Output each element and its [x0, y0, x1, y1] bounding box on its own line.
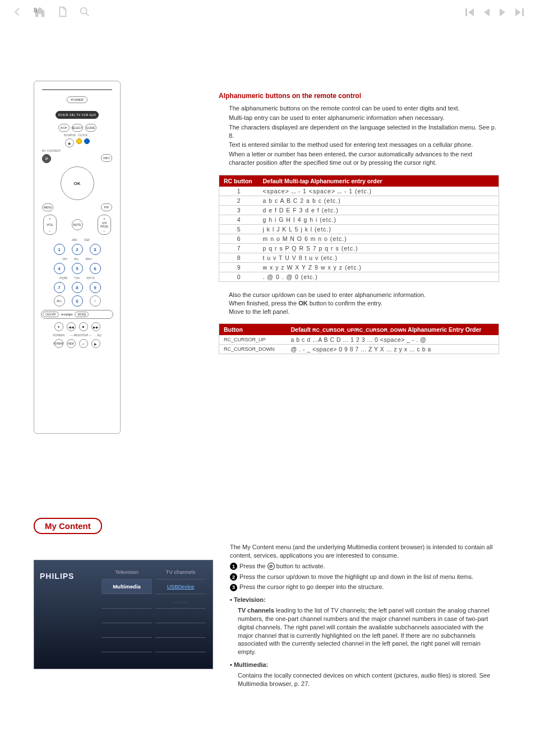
table-row: 0. @ 0 . @ 0 (etc.): [219, 272, 499, 281]
table-row: 8t u v T U V 8 t u v (etc.): [219, 253, 499, 262]
document-icon[interactable]: [56, 6, 68, 19]
tv-right-item: ..........: [155, 594, 206, 609]
menu-button: MENU: [42, 203, 53, 211]
multitap-table: RC button Default Multi-tap Alphanumeric…: [219, 175, 499, 282]
ch-rocker: +CH/ PAGE–: [98, 215, 111, 235]
television-head: • Television:: [230, 596, 499, 604]
table-row: 2a b c A B C 2 a b c (etc.): [219, 196, 499, 205]
ambilight-bar: ON/OFF Ambilight MODE: [41, 310, 113, 319]
cursor-table: Button Default RC_CURSOR_UP/RC_CURSOR_DO…: [219, 323, 499, 354]
ok-button: OK: [61, 166, 94, 200]
ach-button: A/CH: [58, 124, 70, 132]
multimedia-head: • Multimedia:: [230, 661, 499, 669]
svg-point-0: [81, 8, 87, 14]
mycontent-button: Ø: [42, 154, 51, 163]
remote-illustration: POWER DVD/R CBL TV VCR AUX A/CH SELECT G…: [34, 81, 121, 434]
page-number: 8: [34, 7, 37, 13]
philips-logo: PHILIPS: [40, 572, 74, 581]
table-row: 9w x y z W X Y Z 9 w x y z (etc.): [219, 262, 499, 272]
guide-button: GUIDE: [85, 124, 96, 132]
mycontent-text: The My Content menu (and the underlying …: [230, 543, 499, 690]
table-row: 6m n o M N O 6 m n o (etc.): [219, 234, 499, 243]
table-row: 3d e f D E F 3 d e f (etc.): [219, 205, 499, 215]
power-button: POWER: [67, 96, 87, 103]
step-2-icon: 2: [230, 573, 237, 581]
section-heading-alphanumeric: Alphanumeric buttons on the remote contr…: [219, 92, 499, 100]
top-toolbar: [0, 0, 535, 30]
search-icon[interactable]: [79, 6, 91, 19]
ctable-h1: Button: [219, 324, 287, 336]
blue-button: [84, 138, 90, 144]
table-row: RC_CURSOR_DOWN@ . - _ <space> 0 9 8 7 ..…: [219, 345, 499, 354]
mode-bar: DVD/R CBL TV VCR AUX: [56, 111, 99, 119]
table-row: 7p q r s P Q R S 7 p q r s (etc.): [219, 243, 499, 253]
ctable-h2: Default RC_CURSOR_UP/RC_CURSOR_DOWN Alph…: [287, 324, 499, 336]
nav-last-icon[interactable]: [515, 8, 524, 16]
table-row: RC_CURSOR_UPa b c d ...A B C D ... 1 2 3…: [219, 335, 499, 345]
table-row: 5j k l J K L 5 j k l (etc.): [219, 224, 499, 234]
table-h1: RC button: [219, 175, 259, 187]
tv-right-item: TV channels: [155, 565, 206, 579]
cursor-intro: Also the cursor up/down can be used to e…: [229, 291, 499, 316]
tv-left-item: Multimedia: [102, 579, 152, 594]
mute-button: MUTE: [72, 219, 83, 230]
table-h2: Default Multi-tap Alphanumeric entry ord…: [259, 175, 499, 187]
step-3-icon: 3: [230, 584, 237, 591]
nav-first-icon[interactable]: [465, 8, 474, 16]
tv-left-item: Television: [102, 565, 152, 579]
tv-ui-screenshot: PHILIPS Television Multimedia TV channel…: [34, 560, 213, 669]
tv-right-item: USBDevice: [155, 579, 206, 594]
step-1-icon: 1: [230, 563, 237, 570]
mycontent-button-icon: Ø: [268, 563, 275, 570]
nav-next-icon[interactable]: [500, 8, 505, 16]
back-arrow-icon[interactable]: [11, 6, 24, 19]
yellow-button: [76, 138, 82, 144]
vol-rocker: +VOL–: [43, 215, 57, 235]
mycontent-badge: My Content: [34, 518, 102, 534]
alpha-body: The alphanumeric buttons on the remote c…: [229, 104, 499, 167]
select-button: SELECT: [72, 124, 83, 132]
transport-row: ●◀◀■▶▶: [39, 322, 116, 331]
table-row: 1<space> ⎵ - 1 <space> ⎵ - 1 (etc.): [219, 187, 499, 196]
nav-prev-icon[interactable]: [484, 8, 490, 16]
info-button: INFO: [101, 154, 112, 162]
table-row: 4g h i G H I 4 g h i (etc.): [219, 215, 499, 224]
pip-button: PIP: [101, 203, 112, 211]
